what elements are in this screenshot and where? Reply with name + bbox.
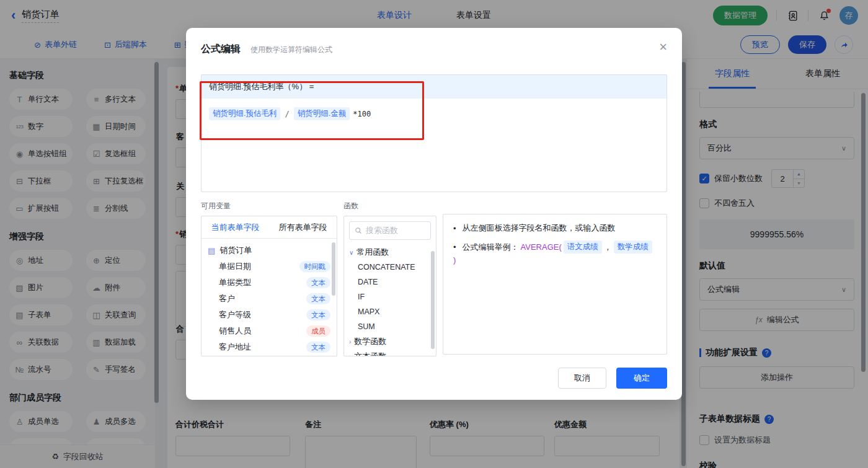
function-group-common[interactable]: ∨常用函数 [344, 245, 436, 260]
type-badge: 时间戳 [299, 261, 331, 272]
function-name: AVERAGE( [521, 242, 562, 252]
modal-subtitle: 使用数学运算符编辑公式 [250, 45, 332, 55]
caret-down-icon: ∨ [349, 249, 353, 256]
functions-panel: 搜索函数 ∨常用函数 CONCATENATE DATE IF MAPX SUM … [343, 216, 436, 356]
variable-row[interactable]: 客户地址文本 [202, 339, 337, 355]
app-root: ‹ 销货订单 表单设计 表单设置 数据管理 [0, 0, 868, 468]
help-line-1: • 从左侧面板选择字段名和函数，或输入函数 [453, 223, 657, 234]
function-item[interactable]: SUM [344, 319, 436, 334]
variable-row[interactable]: 销售人员成员 [202, 323, 337, 339]
formula-edit-modal: 公式编辑 使用数学运算符编辑公式 × 销货明细.预估毛利率（%） = 销货明细.… [186, 28, 682, 400]
help-column: • 从左侧面板选择字段名和函数，或输入函数 • 公式编辑举例： AVERAGE(… [443, 201, 667, 356]
variable-row[interactable]: 客户文本 [202, 291, 337, 307]
modal-title: 公式编辑 [201, 43, 241, 56]
formula-editor[interactable]: 销货明细.预估毛利率（%） = 销货明细.预估毛利 / 销货明细.金额 *100 [201, 74, 667, 192]
modal-columns: 可用变量 当前表单字段 所有表单字段 ▤ 销货订单 单据日期时间戳 单据类型文本… [201, 201, 667, 356]
modal-header: 公式编辑 使用数学运算符编辑公式 [186, 28, 682, 56]
variables-column: 可用变量 当前表单字段 所有表单字段 ▤ 销货订单 单据日期时间戳 单据类型文本… [201, 201, 337, 356]
form-doc-icon: ▤ [208, 246, 215, 255]
type-badge: 成员 [306, 325, 330, 337]
caret-right-icon: › [349, 353, 351, 357]
formula-tail: *100 [353, 110, 371, 118]
modal-footer: 取消 确定 [201, 368, 667, 389]
function-search-input[interactable]: 搜索函数 [349, 221, 431, 240]
formula-target-line: 销货明细.预估毛利率（%） = [202, 75, 666, 99]
cancel-button[interactable]: 取消 [558, 368, 606, 389]
example-chip: 语文成绩 [564, 241, 602, 254]
function-group-math[interactable]: ›数学函数 [344, 334, 436, 349]
functions-scrollbar[interactable] [431, 251, 435, 349]
variable-row-partial[interactable] [202, 355, 337, 356]
functions-label: 函数 [343, 201, 436, 211]
operator: / [283, 110, 290, 118]
variables-panel: 当前表单字段 所有表单字段 ▤ 销货订单 单据日期时间戳 单据类型文本 客户文本… [201, 216, 337, 356]
help-panel: • 从左侧面板选择字段名和函数，或输入函数 • 公式编辑举例： AVERAGE(… [443, 214, 667, 355]
formula-expression[interactable]: 销货明细.预估毛利 / 销货明细.金额 *100 [202, 99, 666, 129]
variables-label: 可用变量 [201, 201, 337, 211]
help-label-spacer [443, 201, 667, 210]
help-line-2: • 公式编辑举例： AVERAGE( 语文成绩 ， 数学成绩 ) [453, 241, 657, 265]
functions-column: 函数 搜索函数 ∨常用函数 CONCATENATE DATE IF MAPX S… [343, 201, 436, 356]
variables-scrollbar[interactable] [332, 242, 335, 296]
field-chip[interactable]: 销货明细.金额 [294, 107, 350, 120]
function-item[interactable]: MAPX [344, 304, 436, 319]
function-group-text[interactable]: ›文本函数 [344, 349, 436, 356]
function-item[interactable]: IF [344, 289, 436, 304]
variables-tree: ▤ 销货订单 单据日期时间戳 单据类型文本 客户文本 客户等级文本 销售人员成员… [202, 239, 337, 356]
type-badge: 文本 [306, 277, 330, 288]
type-badge: 文本 [306, 342, 330, 353]
search-icon [355, 227, 362, 234]
type-badge: 文本 [306, 293, 330, 304]
example-chip: 数学成绩 [614, 241, 652, 254]
function-item[interactable]: DATE [344, 275, 436, 289]
variable-row[interactable]: 单据日期时间戳 [202, 258, 337, 275]
tree-form-node[interactable]: ▤ 销货订单 [202, 242, 337, 258]
type-badge: 文本 [306, 309, 330, 320]
variable-row[interactable]: 单据类型文本 [202, 275, 337, 291]
bullet-icon: • [453, 224, 456, 233]
field-chip[interactable]: 销货明细.预估毛利 [209, 107, 280, 120]
caret-right-icon: › [349, 338, 351, 345]
bullet-icon: • [453, 242, 456, 252]
tab-all-form-fields[interactable]: 所有表单字段 [269, 216, 337, 238]
close-icon[interactable]: × [659, 40, 667, 54]
variables-tabs: 当前表单字段 所有表单字段 [202, 216, 337, 239]
confirm-button[interactable]: 确定 [616, 368, 667, 389]
search-placeholder: 搜索函数 [366, 225, 398, 236]
function-item[interactable]: CONCATENATE [344, 260, 436, 275]
variable-row[interactable]: 客户等级文本 [202, 307, 337, 323]
tab-current-form-fields[interactable]: 当前表单字段 [202, 216, 269, 238]
